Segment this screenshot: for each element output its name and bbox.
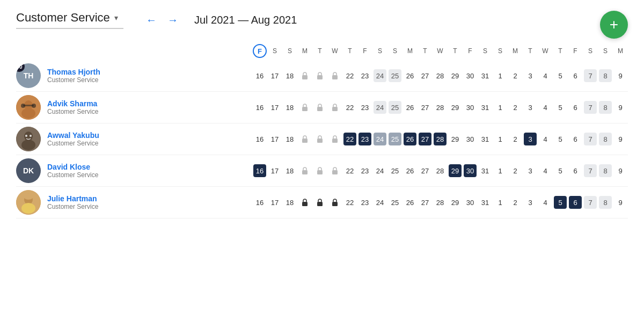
- day-cell[interactable]: 1: [493, 60, 508, 92]
- day-cell[interactable]: 23: [357, 187, 372, 218]
- emp-name[interactable]: Julie Hartman: [47, 194, 98, 203]
- day-cell[interactable]: 5: [553, 123, 568, 155]
- day-cell[interactable]: 28: [433, 123, 448, 155]
- day-cell[interactable]: 22: [342, 60, 357, 92]
- day-cell[interactable]: 1: [493, 92, 508, 123]
- day-cell[interactable]: 9: [613, 155, 628, 187]
- day-cell[interactable]: 8: [598, 123, 613, 155]
- day-cell[interactable]: 23: [357, 155, 372, 187]
- day-cell[interactable]: [297, 123, 312, 155]
- day-cell[interactable]: 25: [387, 60, 402, 92]
- day-cell[interactable]: 4: [538, 60, 553, 92]
- day-cell[interactable]: 5: [553, 187, 568, 218]
- day-cell[interactable]: 16: [252, 92, 267, 123]
- day-cell[interactable]: 24: [372, 123, 387, 155]
- day-cell[interactable]: 2: [508, 60, 523, 92]
- day-cell[interactable]: 7: [583, 123, 598, 155]
- day-cell[interactable]: 4: [538, 123, 553, 155]
- day-cell[interactable]: 16: [252, 60, 267, 92]
- day-cell[interactable]: 31: [478, 92, 493, 123]
- day-cell[interactable]: [312, 60, 327, 92]
- day-cell[interactable]: 17: [267, 187, 282, 218]
- day-cell[interactable]: 26: [402, 60, 418, 92]
- day-cell[interactable]: 4: [538, 155, 553, 187]
- day-cell[interactable]: 2: [508, 92, 523, 123]
- day-cell[interactable]: 23: [357, 60, 372, 92]
- day-cell[interactable]: 23: [357, 92, 372, 123]
- prev-arrow-button[interactable]: ←: [143, 12, 160, 28]
- day-cell[interactable]: [297, 155, 312, 187]
- day-cell[interactable]: [312, 123, 327, 155]
- day-cell[interactable]: 29: [448, 92, 463, 123]
- day-cell[interactable]: 29: [448, 155, 463, 187]
- day-cell[interactable]: 27: [418, 92, 433, 123]
- day-cell[interactable]: 24: [372, 155, 387, 187]
- day-cell[interactable]: [327, 60, 342, 92]
- day-cell[interactable]: [327, 155, 342, 187]
- day-cell[interactable]: 29: [448, 60, 463, 92]
- day-cell[interactable]: 30: [463, 92, 478, 123]
- day-cell[interactable]: 8: [598, 155, 613, 187]
- day-cell[interactable]: 26: [402, 123, 418, 155]
- day-cell[interactable]: 28: [433, 60, 448, 92]
- day-cell[interactable]: 18: [282, 92, 297, 123]
- day-cell[interactable]: 18: [282, 123, 297, 155]
- day-cell[interactable]: 28: [433, 155, 448, 187]
- day-cell[interactable]: [297, 187, 312, 218]
- day-cell[interactable]: 26: [402, 92, 418, 123]
- day-cell[interactable]: 6: [568, 123, 583, 155]
- day-cell[interactable]: 24: [372, 187, 387, 218]
- day-cell[interactable]: 24: [372, 92, 387, 123]
- day-cell[interactable]: 31: [478, 60, 493, 92]
- emp-name[interactable]: Advik Sharma: [47, 99, 98, 108]
- day-cell[interactable]: 27: [418, 155, 433, 187]
- day-cell[interactable]: 6: [568, 155, 583, 187]
- day-cell[interactable]: 26: [402, 155, 418, 187]
- day-cell[interactable]: 2: [508, 187, 523, 218]
- day-cell[interactable]: 29: [448, 123, 463, 155]
- day-cell[interactable]: 9: [613, 187, 628, 218]
- day-cell[interactable]: [297, 60, 312, 92]
- day-cell[interactable]: 4: [538, 187, 553, 218]
- day-cell[interactable]: 3: [523, 92, 538, 123]
- day-cell[interactable]: 8: [598, 60, 613, 92]
- day-cell[interactable]: [327, 92, 342, 123]
- day-cell[interactable]: 7: [583, 187, 598, 218]
- day-cell[interactable]: 7: [583, 60, 598, 92]
- day-cell[interactable]: 7: [583, 92, 598, 123]
- emp-name[interactable]: David Klose: [47, 163, 98, 171]
- day-cell[interactable]: 8: [598, 92, 613, 123]
- day-cell[interactable]: 25: [387, 155, 402, 187]
- day-cell[interactable]: 5: [553, 92, 568, 123]
- day-cell[interactable]: 17: [267, 92, 282, 123]
- day-cell[interactable]: 27: [418, 60, 433, 92]
- day-cell[interactable]: 25: [387, 187, 402, 218]
- day-cell[interactable]: 24: [372, 60, 387, 92]
- add-button[interactable]: +: [600, 11, 628, 39]
- day-cell[interactable]: 7: [583, 155, 598, 187]
- day-cell[interactable]: 17: [267, 60, 282, 92]
- day-cell[interactable]: 9: [613, 92, 628, 123]
- day-cell[interactable]: 6: [568, 60, 583, 92]
- day-cell[interactable]: 16: [252, 123, 267, 155]
- day-cell[interactable]: 1: [493, 123, 508, 155]
- day-cell[interactable]: 25: [387, 92, 402, 123]
- day-cell[interactable]: 9: [613, 123, 628, 155]
- day-cell[interactable]: 3: [523, 187, 538, 218]
- day-cell[interactable]: 17: [267, 155, 282, 187]
- day-cell[interactable]: 9: [613, 60, 628, 92]
- day-cell[interactable]: 31: [478, 123, 493, 155]
- day-cell[interactable]: [312, 92, 327, 123]
- day-cell[interactable]: 31: [478, 187, 493, 218]
- day-cell[interactable]: 22: [342, 123, 357, 155]
- day-cell[interactable]: 27: [418, 187, 433, 218]
- day-cell[interactable]: 18: [282, 187, 297, 218]
- day-cell[interactable]: 16: [252, 155, 267, 187]
- day-cell[interactable]: 4: [538, 92, 553, 123]
- day-cell[interactable]: 30: [463, 123, 478, 155]
- day-cell[interactable]: 26: [402, 187, 418, 218]
- day-cell[interactable]: 3: [523, 155, 538, 187]
- day-cell[interactable]: 30: [463, 155, 478, 187]
- day-cell[interactable]: 1: [493, 187, 508, 218]
- day-cell[interactable]: 6: [568, 92, 583, 123]
